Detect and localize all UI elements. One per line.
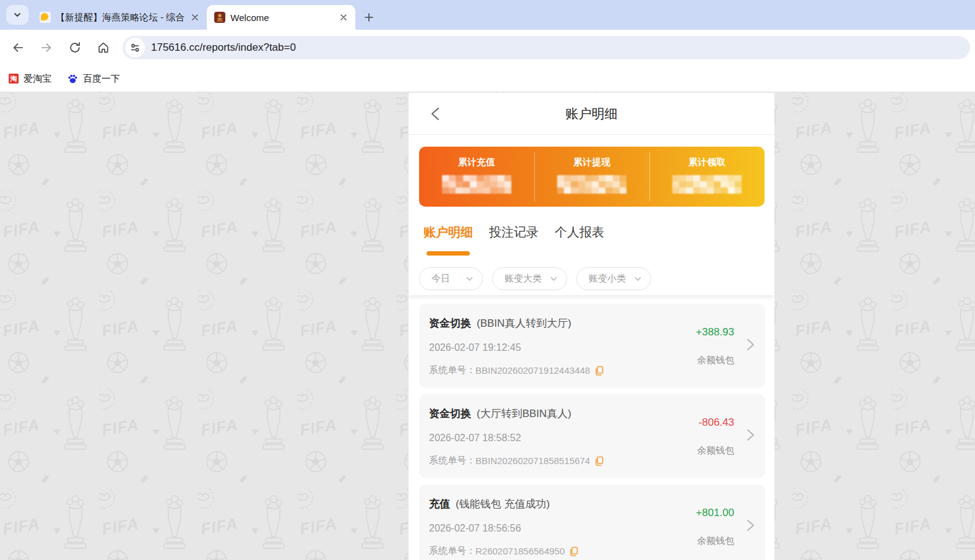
reload-icon: [68, 41, 82, 54]
report-tabs: 账户明细 投注记录 个人报表: [423, 224, 774, 246]
forum-favicon: [40, 12, 51, 23]
transaction-subtitle: (大厅转到BBIN真人): [477, 408, 571, 420]
top-panel: 账户明细 累计充值 累计提现 累计领取 账户明细 投注记录: [409, 93, 774, 295]
filter-label: 账变小类: [589, 273, 626, 285]
chevron-down-icon: [549, 274, 558, 283]
new-tab-button[interactable]: [360, 9, 378, 26]
filter-label: 今日: [431, 273, 450, 285]
transaction-amount: +801.00: [696, 507, 734, 519]
filter-date-dropdown[interactable]: 今日: [419, 267, 483, 290]
transaction-order: 系统单号： BBIN202602071858515674: [429, 455, 604, 467]
tune-icon: [129, 42, 141, 53]
close-tab-icon[interactable]: [338, 12, 349, 23]
tab-account-detail[interactable]: 账户明细: [423, 224, 473, 246]
bookmark-label: 爱淘宝: [24, 73, 51, 85]
stat-label: 累计提现: [534, 157, 649, 168]
copy-icon[interactable]: [594, 366, 604, 376]
order-label: 系统单号：: [429, 364, 475, 376]
transaction-subtitle: (钱能钱包 充值成功): [456, 498, 550, 510]
site-settings-button[interactable]: [125, 38, 145, 58]
transaction-title: 资金切换(BBIN真人转到大厅): [429, 316, 571, 330]
tab-bet-records[interactable]: 投注记录: [489, 224, 539, 246]
chevron-right-icon[interactable]: [745, 428, 755, 442]
casino-favicon: [214, 12, 225, 23]
tab-title: Welcome: [230, 12, 333, 23]
close-tab-icon[interactable]: [189, 12, 201, 23]
browser-tab-strip: 【新提醒】海燕策略论坛 - 综合 Welcome: [0, 0, 975, 30]
browser-tab-welcome[interactable]: Welcome: [207, 5, 355, 30]
reload-button[interactable]: [64, 37, 85, 58]
back-arrow-icon: [11, 41, 25, 54]
back-button[interactable]: [7, 37, 28, 58]
chevron-right-icon[interactable]: [745, 518, 755, 533]
address-bar[interactable]: 175616.cc/reports/index?tab=0: [123, 36, 970, 59]
totals-card: 累计充值 累计提现 累计领取: [419, 147, 765, 207]
filter-label: 账变大类: [505, 273, 542, 285]
tab-search-button[interactable]: [6, 5, 28, 25]
wallet-label: 余额钱包: [697, 445, 734, 457]
chevron-down-icon: [633, 274, 643, 283]
tab-title: 【新提醒】海燕策略论坛 - 综合: [56, 12, 184, 24]
chevron-right-icon[interactable]: [745, 337, 755, 352]
copy-icon[interactable]: [569, 546, 578, 556]
chevron-left-icon: [429, 106, 443, 121]
masked-value: [442, 175, 511, 194]
transaction-row[interactable]: 充值(钱能钱包 充值成功) 2026-02-07 18:56:56 系统单号： …: [419, 485, 765, 560]
browser-tab-forum[interactable]: 【新提醒】海燕策略论坛 - 综合: [32, 5, 207, 30]
home-icon: [97, 41, 110, 54]
taobao-icon: 淘: [9, 74, 19, 84]
filter-major-type-dropdown[interactable]: 账变大类: [492, 267, 567, 290]
transaction-order: 系统单号： R2602071856564950: [429, 545, 578, 557]
url-text[interactable]: 175616.cc/reports/index?tab=0: [151, 41, 296, 54]
forward-button[interactable]: [36, 37, 57, 58]
stat-total-withdraw: 累计提现: [534, 147, 649, 207]
transaction-amount: -806.43: [698, 416, 734, 429]
transaction-row[interactable]: 资金切换(大厅转到BBIN真人) 2026-02-07 18:58:52 系统单…: [419, 394, 765, 478]
order-number: R2602071856564950: [475, 546, 565, 556]
transaction-order: 系统单号： BBIN202602071912443448: [429, 364, 604, 376]
page-title: 账户明细: [409, 93, 774, 134]
browser-toolbar: 175616.cc/reports/index?tab=0: [0, 30, 975, 66]
baidu-paw-icon: [67, 74, 78, 84]
transaction-time: 2026-02-07 18:56:56: [429, 523, 521, 534]
order-number: BBIN202602071912443448: [475, 365, 590, 376]
home-button[interactable]: [93, 37, 114, 58]
plus-icon: [364, 12, 374, 22]
stat-total-deposit: 累计充值: [419, 147, 534, 207]
transaction-title: 资金切换(大厅转到BBIN真人): [429, 407, 571, 421]
transaction-time: 2026-02-07 18:58:52: [429, 433, 521, 444]
forward-arrow-icon: [40, 41, 53, 54]
order-label: 系统单号：: [429, 545, 475, 557]
transaction-amount: +388.93: [696, 326, 734, 338]
chevron-down-icon: [12, 10, 22, 20]
masked-value: [672, 175, 742, 194]
transaction-time: 2026-02-07 19:12:45: [429, 342, 521, 353]
order-number: BBIN202602071858515674: [475, 455, 590, 466]
stat-total-claimed: 累计领取: [649, 147, 765, 207]
transaction-title: 充值(钱能钱包 充值成功): [429, 497, 550, 511]
masked-value: [557, 175, 626, 194]
order-label: 系统单号：: [429, 455, 475, 467]
stat-label: 累计领取: [649, 157, 765, 168]
page-header: 账户明细: [409, 93, 774, 135]
back-chevron-button[interactable]: [429, 106, 443, 124]
transaction-list: 资金切换(BBIN真人转到大厅) 2026-02-07 19:12:45 系统单…: [419, 304, 765, 560]
filter-row: 今日 账变大类 账变小类: [419, 267, 651, 290]
bookmark-taobao[interactable]: 淘 爱淘宝: [9, 73, 51, 85]
transaction-subtitle: (BBIN真人转到大厅): [477, 317, 571, 329]
wallet-label: 余额钱包: [697, 535, 734, 547]
wallet-label: 余额钱包: [697, 355, 734, 366]
account-detail-panel: 账户明细 累计充值 累计提现 累计领取 账户明细 投注记录: [409, 93, 774, 560]
bookmark-label: 百度一下: [83, 73, 120, 85]
stat-label: 累计充值: [419, 157, 534, 168]
bookmarks-bar: 淘 爱淘宝 百度一下: [0, 66, 975, 92]
chevron-down-icon: [465, 274, 474, 283]
transaction-row[interactable]: 资金切换(BBIN真人转到大厅) 2026-02-07 19:12:45 系统单…: [419, 304, 765, 388]
copy-icon[interactable]: [594, 456, 604, 466]
tab-personal-report[interactable]: 个人报表: [555, 224, 604, 246]
bookmark-baidu[interactable]: 百度一下: [67, 73, 120, 85]
web-page: FIFA 账户明细: [0, 92, 975, 560]
filter-minor-type-dropdown[interactable]: 账变小类: [576, 267, 651, 290]
